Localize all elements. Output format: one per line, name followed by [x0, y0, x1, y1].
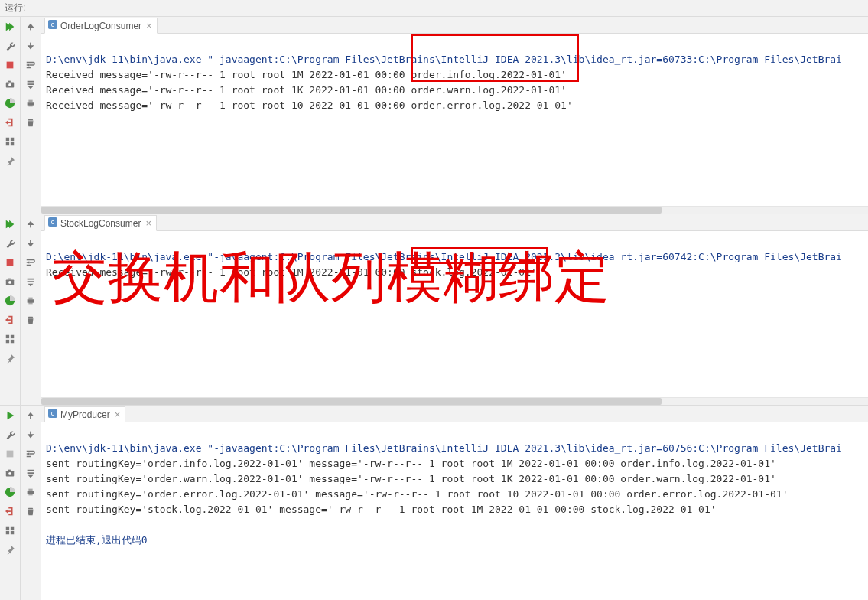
run-panel-stock: c StockLogConsumer × D:\env\jdk-11\bin\j… — [0, 214, 868, 406]
svg-rect-12 — [28, 105, 32, 107]
run-toolbar-secondary — [21, 406, 41, 600]
print-icon[interactable] — [23, 96, 38, 110]
profiler-icon[interactable] — [2, 294, 18, 308]
tab-stocklogconsumer[interactable]: c StockLogConsumer × — [44, 215, 157, 231]
output-line: sent routingKey='stock.log.2022-01-01' m… — [46, 504, 717, 515]
run-toolbar-primary — [0, 406, 21, 600]
run-toolbar-secondary — [21, 17, 41, 214]
class-icon: c — [48, 217, 57, 229]
print-icon[interactable] — [23, 294, 38, 308]
profiler-icon[interactable] — [2, 485, 18, 499]
svg-rect-20 — [11, 335, 14, 338]
wrench-icon[interactable] — [2, 39, 18, 53]
stop-icon[interactable] — [2, 256, 18, 269]
stop-icon[interactable] — [2, 447, 18, 461]
class-icon: c — [48, 20, 57, 31]
wrench-icon[interactable] — [2, 236, 18, 250]
svg-rect-9 — [30, 43, 31, 46]
output-line: sent routingKey='order.info.log.2022-01-… — [46, 458, 776, 469]
exit-icon[interactable] — [2, 116, 18, 129]
trash-icon[interactable] — [23, 313, 38, 327]
svg-rect-19 — [6, 335, 9, 338]
down-arrow-icon[interactable] — [23, 428, 38, 442]
svg-rect-38 — [30, 416, 31, 419]
wrench-icon[interactable] — [2, 428, 18, 442]
pin-icon[interactable] — [2, 351, 18, 365]
svg-rect-7 — [11, 142, 14, 145]
play-icon[interactable] — [2, 409, 18, 422]
tab-label: OrderLogConsumer — [60, 21, 141, 31]
tab-label: StockLogConsumer — [60, 218, 141, 229]
svg-point-17 — [8, 281, 11, 284]
console-output-producer[interactable]: D:\env\jdk-11\bin\java.exe "-javaagent:C… — [41, 422, 868, 600]
console-output-stock[interactable]: D:\env\jdk-11\bin\java.exe "-javaagent:C… — [41, 231, 868, 397]
close-icon[interactable]: × — [113, 409, 122, 420]
pin-icon[interactable] — [2, 543, 18, 556]
output-line: Received message='-rw-r--r-- 1 root root… — [46, 84, 567, 96]
profiler-icon[interactable] — [2, 96, 18, 110]
svg-text:c: c — [51, 218, 55, 226]
output-line: Received message='-rw-r--r-- 1 root root… — [46, 99, 573, 111]
horizontal-scrollbar[interactable] — [41, 397, 868, 405]
svg-rect-8 — [30, 27, 31, 30]
tab-bar-stock: c StockLogConsumer × — [41, 214, 868, 231]
scroll-end-icon[interactable] — [23, 275, 38, 289]
console-area-order: c OrderLogConsumer × D:\env\jdk-11\bin\j… — [41, 17, 868, 214]
tab-label: MyProducer — [60, 409, 110, 420]
up-arrow-icon[interactable] — [23, 409, 38, 422]
svg-rect-3 — [8, 81, 11, 83]
trash-icon[interactable] — [23, 116, 38, 129]
down-arrow-icon[interactable] — [23, 236, 38, 250]
close-icon[interactable]: × — [145, 20, 154, 31]
svg-point-32 — [8, 472, 11, 475]
horizontal-scrollbar[interactable] — [41, 206, 868, 214]
svg-text:c: c — [51, 409, 55, 417]
svg-rect-15 — [7, 259, 14, 266]
svg-rect-33 — [8, 470, 11, 471]
svg-rect-34 — [6, 527, 9, 530]
camera-icon[interactable] — [2, 77, 18, 91]
svg-rect-37 — [11, 531, 14, 534]
output-line: Received message='-rw-r--r-- 1 root root… — [46, 266, 537, 278]
svg-rect-39 — [30, 432, 31, 435]
up-arrow-icon[interactable] — [23, 217, 38, 231]
cmd-line: D:\env\jdk-11\bin\java.exe "-javaagent:C… — [46, 442, 842, 454]
output-line: Received message='-rw-r--r-- 1 root root… — [46, 69, 567, 80]
svg-text:c: c — [51, 21, 55, 28]
svg-rect-30 — [7, 451, 14, 458]
run-toolbar-primary — [0, 17, 21, 214]
down-arrow-icon[interactable] — [23, 39, 38, 53]
soft-wrap-icon[interactable] — [23, 447, 38, 461]
svg-rect-6 — [6, 142, 9, 145]
pin-icon[interactable] — [2, 154, 18, 168]
scroll-end-icon[interactable] — [23, 466, 38, 480]
rerun-icon[interactable] — [2, 20, 18, 34]
trash-icon[interactable] — [23, 504, 38, 518]
camera-icon[interactable] — [2, 466, 18, 480]
svg-rect-35 — [11, 527, 14, 530]
up-arrow-icon[interactable] — [23, 20, 38, 34]
rerun-icon[interactable] — [2, 217, 18, 231]
exit-icon[interactable] — [2, 313, 18, 327]
console-output-order[interactable]: D:\env\jdk-11\bin\java.exe "-javaagent:C… — [41, 34, 868, 206]
soft-wrap-icon[interactable] — [23, 58, 38, 72]
svg-rect-36 — [6, 531, 9, 534]
layout-icon[interactable] — [2, 523, 18, 537]
camera-icon[interactable] — [2, 275, 18, 289]
close-icon[interactable]: × — [144, 217, 153, 229]
exit-icon[interactable] — [2, 504, 18, 518]
print-icon[interactable] — [23, 485, 38, 499]
run-panel-order: c OrderLogConsumer × D:\env\jdk-11\bin\j… — [0, 17, 868, 214]
svg-rect-24 — [30, 240, 31, 243]
cmd-line: D:\env\jdk-11\bin\java.exe "-javaagent:C… — [46, 251, 842, 262]
svg-rect-41 — [28, 489, 32, 491]
tab-bar-order: c OrderLogConsumer × — [41, 17, 868, 34]
tab-orderlogconsumer[interactable]: c OrderLogConsumer × — [44, 18, 158, 34]
soft-wrap-icon[interactable] — [23, 256, 38, 269]
layout-icon[interactable] — [2, 332, 18, 346]
tab-bar-producer: c MyProducer × — [41, 406, 868, 422]
layout-icon[interactable] — [2, 135, 18, 148]
scroll-end-icon[interactable] — [23, 77, 38, 91]
tab-myproducer[interactable]: c MyProducer × — [44, 406, 125, 422]
stop-icon[interactable] — [2, 58, 18, 72]
